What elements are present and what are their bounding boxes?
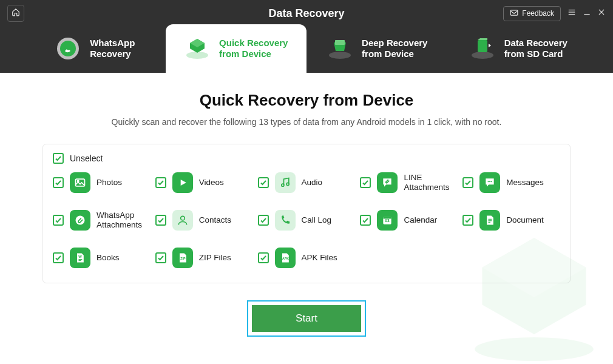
svg-point-22: [76, 216, 85, 225]
home-button[interactable]: [7, 5, 24, 22]
tab-label-line2: Recovery: [90, 49, 135, 59]
tab-whatsapp-recovery[interactable]: WhatsApp Recovery: [24, 24, 166, 73]
tab-label-line2: from Device: [362, 49, 427, 59]
item-checkbox[interactable]: [155, 215, 166, 226]
start-button[interactable]: Start: [252, 305, 361, 332]
sd-card-recovery-icon: [469, 35, 496, 62]
item-checkbox[interactable]: [258, 215, 269, 226]
svg-point-17: [281, 184, 283, 186]
item-zip-files: ZIP ZIP Files: [155, 248, 253, 268]
item-checkbox[interactable]: [258, 177, 269, 188]
item-label: Videos: [199, 178, 224, 187]
item-label: LINE Attachments: [404, 173, 453, 192]
item-checkbox[interactable]: [155, 252, 166, 263]
tab-deep-recovery[interactable]: Deep Recovery from Device: [306, 24, 448, 73]
item-label: ZIP Files: [199, 253, 231, 263]
unselect-row: Unselect: [53, 153, 560, 164]
item-call-log: Call Log: [258, 210, 356, 231]
feedback-button[interactable]: Feedback: [503, 6, 561, 21]
item-line-attachments: LINE Attachments: [360, 172, 458, 193]
svg-rect-13: [478, 40, 487, 52]
svg-rect-0: [510, 10, 518, 15]
svg-text:W: W: [78, 255, 82, 258]
deep-recovery-icon: [327, 35, 353, 62]
tab-sd-card-recovery[interactable]: Data Recovery from SD Card: [448, 24, 589, 73]
item-checkbox[interactable]: [258, 252, 269, 263]
data-type-grid: Photos Videos Audio LINE Attachments: [53, 172, 560, 268]
item-label: Audio: [302, 178, 323, 187]
whatsapp-attachments-icon: [70, 210, 90, 231]
tab-label-line2: from SD Card: [504, 49, 567, 59]
calendar-icon: 03: [377, 210, 398, 231]
item-document: Document: [462, 210, 560, 231]
minimize-icon: [583, 8, 591, 19]
unselect-label: Unselect: [70, 153, 103, 163]
data-types-panel: Unselect Photos Videos Audio LIN: [42, 144, 571, 283]
item-checkbox[interactable]: [360, 215, 371, 226]
item-audio: Audio: [258, 172, 356, 193]
svg-point-8: [60, 41, 76, 56]
home-icon: [12, 8, 20, 19]
videos-icon: [172, 172, 193, 193]
mail-icon: [510, 9, 518, 18]
svg-point-10: [329, 52, 351, 59]
unselect-all-checkbox[interactable]: [53, 153, 64, 164]
app-title: Data Recovery: [268, 7, 344, 20]
svg-point-19: [488, 181, 489, 182]
menu-icon: [567, 8, 577, 19]
topbar: Data Recovery Feedback: [0, 0, 613, 22]
item-calendar: 03 Calendar: [360, 210, 458, 231]
svg-text:APK: APK: [282, 257, 289, 260]
svg-point-21: [491, 181, 492, 182]
item-label: Contacts: [199, 215, 231, 225]
item-label: APK Files: [302, 253, 337, 263]
item-contacts: Contacts: [155, 210, 253, 231]
document-icon: [479, 210, 500, 231]
books-icon: W: [70, 248, 90, 268]
start-wrap: Start: [42, 300, 571, 337]
svg-point-18: [286, 183, 289, 185]
start-button-highlight: Start: [247, 300, 366, 337]
item-apk-files: APK APK Files: [258, 248, 356, 268]
item-label: Photos: [97, 178, 122, 187]
whatsapp-recovery-icon: [55, 35, 81, 62]
tab-label-line1: Data Recovery: [504, 38, 567, 49]
item-label: WhatsApp Attachments: [97, 211, 146, 229]
audio-icon: [275, 172, 296, 193]
page-title: Quick Recovery from Device: [42, 91, 571, 110]
item-label: Books: [97, 253, 120, 263]
header-bar: Data Recovery Feedback: [0, 0, 613, 73]
item-messages: Messages: [462, 172, 560, 193]
tab-label-line1: WhatsApp: [90, 38, 135, 49]
menu-button[interactable]: [567, 8, 577, 19]
item-checkbox[interactable]: [360, 177, 371, 188]
contacts-icon: [172, 210, 193, 231]
svg-point-35: [475, 337, 594, 361]
svg-point-23: [180, 216, 185, 220]
item-checkbox[interactable]: [53, 252, 64, 263]
tab-label-line2: from Device: [219, 49, 288, 59]
line-attachments-icon: [377, 172, 398, 193]
item-checkbox[interactable]: [462, 177, 473, 188]
svg-point-20: [489, 181, 490, 182]
tab-quick-recovery[interactable]: Quick Recovery from Device: [166, 24, 307, 73]
svg-text:03: 03: [385, 218, 390, 223]
minimize-button[interactable]: [583, 8, 591, 19]
item-checkbox[interactable]: [462, 215, 473, 226]
svg-point-15: [77, 180, 79, 182]
tab-label-line1: Quick Recovery: [219, 38, 288, 49]
item-label: Calendar: [404, 215, 437, 225]
item-checkbox[interactable]: [53, 177, 64, 188]
item-label: Document: [506, 215, 544, 225]
close-button[interactable]: [597, 8, 606, 19]
item-whatsapp-attachments: WhatsApp Attachments: [53, 210, 151, 231]
page-subtitle: Quickly scan and recover the following 1…: [42, 117, 571, 127]
messages-icon: [479, 172, 500, 193]
photos-icon: [70, 172, 90, 193]
item-checkbox[interactable]: [155, 177, 166, 188]
item-label: Messages: [506, 178, 544, 187]
item-checkbox[interactable]: [53, 215, 64, 226]
item-label: Call Log: [302, 215, 332, 225]
window-controls: Feedback: [503, 6, 606, 21]
svg-point-12: [472, 52, 493, 59]
